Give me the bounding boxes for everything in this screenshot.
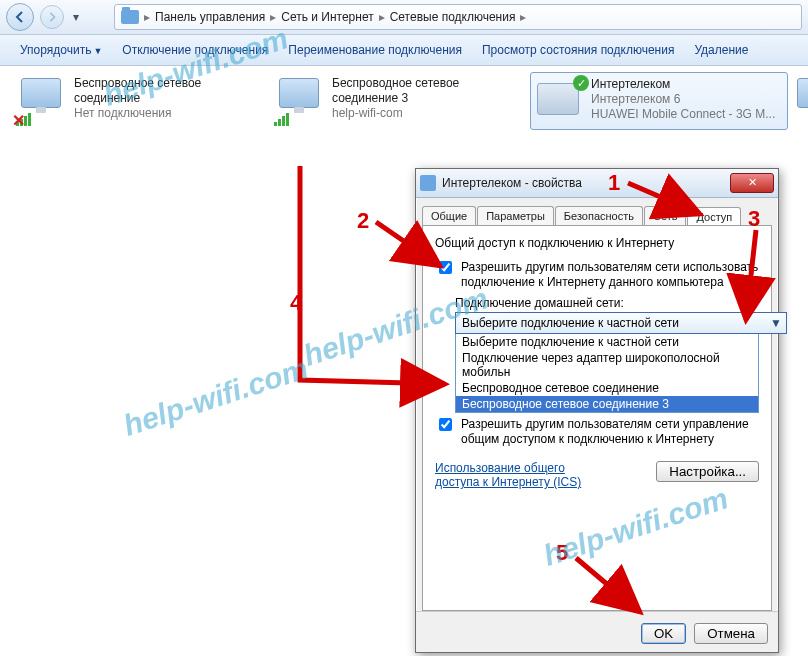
connection-icon: ✕ <box>18 76 66 124</box>
ics-help-link[interactable]: Использование общего доступа к Интернету… <box>435 461 605 489</box>
combo-option[interactable]: Беспроводное сетевое соединение <box>456 380 758 396</box>
connection-title: Интертелеком <box>591 77 775 92</box>
tab-network[interactable]: Сеть <box>644 206 686 225</box>
ok-button[interactable]: OK <box>641 623 686 644</box>
nav-back-button[interactable] <box>6 3 34 31</box>
properties-dialog: Интертелеком - свойства ✕ Общие Параметр… <box>415 168 779 653</box>
tab-general[interactable]: Общие <box>422 206 476 225</box>
connection-line3: HUAWEI Mobile Connect - 3G M... <box>591 107 775 122</box>
dialog-tabs: Общие Параметры Безопасность Сеть Доступ <box>422 206 772 225</box>
toolbar: Упорядочить▼ Отключение подключения Пере… <box>0 35 808 66</box>
dialog-titlebar[interactable]: Интертелеком - свойства ✕ <box>416 169 778 198</box>
toolbar-rename[interactable]: Переименование подключения <box>280 39 470 61</box>
combo-option[interactable]: Выберите подключение к частной сети <box>456 334 758 350</box>
connection-icon <box>276 76 324 124</box>
combo-option[interactable]: Подключение через адаптер широкополосной… <box>456 350 758 380</box>
settings-button[interactable]: Настройка... <box>656 461 759 482</box>
section-title: Общий доступ к подключению к Интернету <box>435 236 759 250</box>
breadcrumb[interactable]: ▸ Панель управления ▸ Сеть и Интернет ▸ … <box>114 4 802 30</box>
home-network-label: Подключение домашней сети: <box>455 296 759 310</box>
tab-body: Общий доступ к подключению к Интернету Р… <box>422 225 772 611</box>
toolbar-delete[interactable]: Удаление <box>686 39 756 61</box>
connection-status: help-wifi-com <box>332 106 526 121</box>
chevron-down-icon: ▼ <box>768 315 784 331</box>
combo-option-selected[interactable]: Беспроводное сетевое соединение 3 <box>456 396 758 412</box>
folder-icon <box>121 10 139 24</box>
address-bar: ▾ ▸ Панель управления ▸ Сеть и Интернет … <box>0 0 808 35</box>
connection-wireless-3[interactable]: Беспроводное сетевое соединение 3 help-w… <box>272 74 530 126</box>
crumb-network-connections[interactable]: Сетевые подключения <box>390 10 516 24</box>
tab-params[interactable]: Параметры <box>477 206 554 225</box>
disconnected-x-icon: ✕ <box>12 114 26 128</box>
allow-control-checkbox[interactable] <box>439 418 452 431</box>
modem-icon: ✓ <box>535 77 583 125</box>
connection-title: Беспроводное сетевое соединение 3 <box>332 76 526 106</box>
connection-partial[interactable] <box>790 74 808 126</box>
cancel-button[interactable]: Отмена <box>694 623 768 644</box>
connection-title: Беспроводное сетевое соединение <box>74 76 268 106</box>
close-button[interactable]: ✕ <box>730 173 774 193</box>
tab-access[interactable]: Доступ <box>687 207 741 226</box>
allow-sharing-checkbox[interactable] <box>439 261 452 274</box>
dialog-title-icon <box>420 175 436 191</box>
crumb-control-panel[interactable]: Панель управления <box>155 10 265 24</box>
home-network-combo[interactable]: Выберите подключение к частной сети ▼ <box>455 312 787 334</box>
nav-forward-button[interactable] <box>40 5 64 29</box>
combo-selected-text: Выберите подключение к частной сети <box>462 316 679 330</box>
connection-intertelecom[interactable]: ✓ Интертелеком Интертелеком 6 HUAWEI Mob… <box>530 72 788 130</box>
toolbar-disable[interactable]: Отключение подключения <box>114 39 276 61</box>
connection-icon <box>794 76 808 124</box>
connection-status: Нет подключения <box>74 106 268 121</box>
allow-sharing-label: Разрешить другим пользователям сети испо… <box>461 260 759 290</box>
toolbar-organize[interactable]: Упорядочить▼ <box>12 39 110 61</box>
dialog-title: Интертелеком - свойства <box>442 176 730 190</box>
nav-history-dropdown[interactable]: ▾ <box>70 6 82 28</box>
dialog-footer: OK Отмена <box>416 611 778 652</box>
combo-dropdown-list: Выберите подключение к частной сети Подк… <box>455 334 759 413</box>
allow-control-label: Разрешить другим пользователям сети упра… <box>461 417 759 447</box>
connected-check-icon: ✓ <box>573 75 589 91</box>
toolbar-status[interactable]: Просмотр состояния подключения <box>474 39 682 61</box>
connection-line2: Интертелеком 6 <box>591 92 775 107</box>
connection-wireless-1[interactable]: ✕ Беспроводное сетевое соединение Нет по… <box>14 74 272 126</box>
tab-security[interactable]: Безопасность <box>555 206 643 225</box>
crumb-network-internet[interactable]: Сеть и Интернет <box>281 10 373 24</box>
